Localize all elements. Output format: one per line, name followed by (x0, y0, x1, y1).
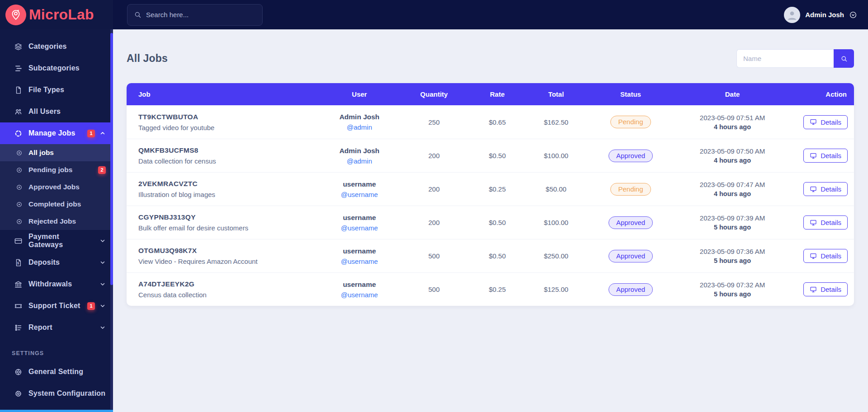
job-code: OTGMU3Q98K7X (138, 247, 326, 255)
radio-dot-icon (15, 166, 23, 173)
sidebar-item-withdrawals[interactable]: Withdrawals (0, 273, 113, 295)
sidebar-item-approved-jobs[interactable]: Approved Jobs (0, 178, 113, 196)
user-handle-link[interactable]: @username (326, 291, 393, 299)
date-relative: 4 hours ago (669, 190, 796, 197)
job-code: CGYPNBJ313QY (138, 213, 326, 221)
sidebar-item-label: Deposits (28, 258, 60, 267)
status-badge: Pending (610, 183, 651, 196)
total-cell: $100.00 (520, 219, 592, 226)
sidebar-subitem-label: Rejected Jobs (28, 217, 76, 225)
settings-section-header: SETTINGS (12, 350, 113, 356)
job-code: TT9KCTWBUTOA (138, 113, 326, 121)
job-cell: 2VEKMRACVZTC Illustration of blog images (127, 180, 326, 198)
radio-dot-icon (15, 201, 23, 208)
details-button-label: Details (821, 219, 841, 226)
monitor-icon (810, 219, 817, 226)
lifebuoy-icon (14, 367, 23, 376)
notification-badge: 2 (98, 166, 106, 174)
sidebar-item-general-setting[interactable]: General Setting (0, 361, 113, 383)
quantity-cell: 500 (393, 286, 475, 293)
sidebar-item-completed-jobs[interactable]: Completed jobs (0, 196, 113, 213)
sidebar-item-manage-jobs[interactable]: Manage Jobs 1 (0, 122, 113, 144)
sidebar-horizontal-scrollbar[interactable] (0, 410, 113, 412)
job-cell: CGYPNBJ313QY Bulk offer email for desire… (127, 213, 326, 232)
sidebar-item-all-users[interactable]: All Users (0, 101, 113, 122)
details-button[interactable]: Details (803, 149, 848, 163)
details-button[interactable]: Details (803, 215, 848, 229)
table-row: 2VEKMRACVZTC Illustration of blog images… (127, 172, 854, 206)
bank-icon (14, 280, 23, 289)
sidebar-item-deposits[interactable]: $ Deposits (0, 252, 113, 273)
sidebar-item-support-ticket[interactable]: Support Ticket 1 (0, 295, 113, 317)
brand-logo-icon (5, 5, 26, 25)
sidebar-item-pending-jobs[interactable]: Pending jobs 2 (0, 161, 113, 178)
date-text: 2023-05-09 07:51 AM (669, 114, 796, 122)
date-cell: 2023-05-09 07:50 AM 4 hours ago (669, 147, 796, 164)
deposit-document-icon: $ (14, 258, 23, 267)
user-handle-link[interactable]: @username (326, 191, 393, 198)
search-icon (840, 55, 848, 62)
notification-badge: 1 (87, 302, 95, 310)
total-cell: $50.00 (520, 185, 592, 193)
name-filter-input[interactable] (736, 49, 834, 68)
sidebar-item-categories[interactable]: Categories (0, 36, 113, 57)
radio-dot-icon (15, 149, 23, 156)
search-input[interactable] (146, 11, 256, 19)
monitor-icon (810, 286, 817, 293)
sidebar-item-label: File Types (28, 86, 64, 94)
sidebar-item-rejected-jobs[interactable]: Rejected Jobs (0, 213, 113, 230)
user-name: Admin Josh (805, 11, 844, 19)
sidebar-vertical-scrollbar[interactable] (110, 29, 113, 409)
user-handle-link[interactable]: @username (326, 258, 393, 265)
action-cell: Details (796, 249, 854, 263)
sidebar-item-label: System Configuration (28, 389, 105, 398)
sidebar-item-subcategories[interactable]: Subcategories (0, 57, 113, 79)
user-cell: username @username (326, 214, 393, 232)
status-cell: Approved (592, 216, 669, 229)
scrollbar-thumb[interactable] (110, 33, 113, 285)
page-title: All Jobs (127, 52, 168, 65)
status-badge: Approved (609, 216, 653, 229)
sidebar-item-report[interactable]: Report (0, 317, 113, 338)
details-button[interactable]: Details (803, 249, 848, 263)
table-row: CGYPNBJ313QY Bulk offer email for desire… (127, 206, 854, 239)
global-search[interactable] (127, 4, 263, 26)
sidebar-item-all-jobs[interactable]: All jobs (0, 144, 113, 161)
status-badge: Approved (609, 150, 653, 162)
job-title: Data collection for census (138, 157, 326, 165)
job-code: QMKFB3UCFMS8 (138, 146, 326, 154)
total-cell: $125.00 (520, 286, 592, 293)
column-header-user: User (326, 90, 393, 98)
search-icon (134, 11, 142, 19)
details-button[interactable]: Details (803, 282, 848, 296)
user-cell: username @username (326, 180, 393, 198)
date-relative: 4 hours ago (669, 123, 796, 131)
list-bars-icon (14, 64, 23, 73)
status-badge: Approved (609, 250, 653, 262)
user-menu[interactable]: Admin Josh (784, 7, 857, 23)
ticket-icon (14, 301, 23, 310)
chevron-down-icon (99, 281, 106, 287)
user-handle-link[interactable]: @username (326, 224, 393, 232)
sidebar-item-system-configuration[interactable]: System Configuration (0, 383, 113, 404)
manage-jobs-submenu: All jobs Pending jobs 2 Approved Jobs Co… (0, 144, 113, 230)
chevron-down-icon (99, 259, 106, 266)
details-button[interactable]: Details (803, 182, 848, 196)
sidebar-item-payment-gateways[interactable]: Payment Gateways (0, 230, 113, 252)
user-handle-link[interactable]: @admin (326, 157, 393, 165)
sidebar-item-label: All Users (28, 108, 61, 116)
sidebar-item-file-types[interactable]: File Types (0, 79, 113, 101)
rate-cell: $0.50 (475, 252, 520, 260)
total-cell: $100.00 (520, 152, 592, 159)
status-cell: Approved (592, 283, 669, 296)
logo[interactable]: MicroLab (0, 0, 113, 29)
jobs-table-card: Job User Quantity Rate Total Status Date… (127, 83, 854, 306)
details-button[interactable]: Details (803, 115, 848, 129)
column-header-status: Status (592, 90, 669, 98)
column-header-action: Action (796, 90, 854, 98)
user-handle-link[interactable]: @admin (326, 123, 393, 131)
filter-search-button[interactable] (834, 49, 854, 68)
quantity-cell: 200 (393, 219, 475, 226)
sidebar-item-label: Payment Gateways (28, 233, 95, 249)
sidebar-subitem-label: Pending jobs (28, 166, 72, 174)
